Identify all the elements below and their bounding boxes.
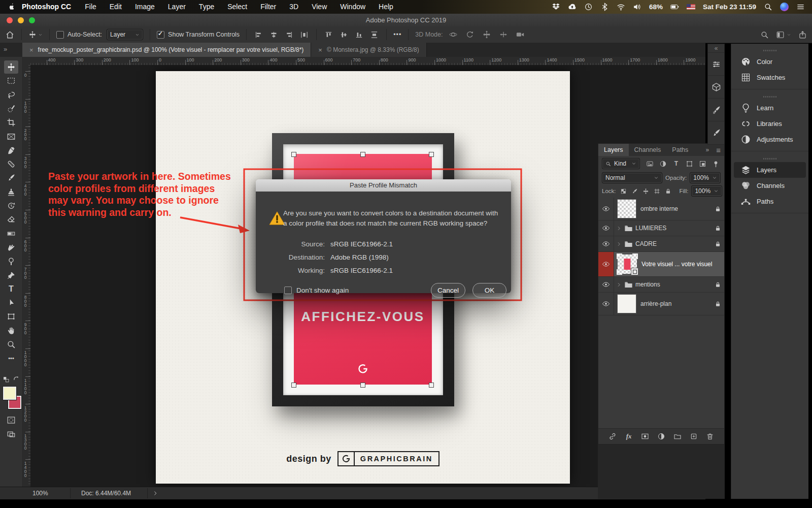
healing-tool[interactable] (4, 157, 18, 171)
screen-mode-button[interactable] (4, 428, 18, 441)
lock-all-button[interactable] (664, 187, 672, 196)
show-transform-checkbox[interactable]: Show Transform Controls (157, 31, 240, 39)
apple-icon[interactable] (7, 3, 16, 11)
zoom-tool[interactable] (4, 338, 18, 351)
dock-grip[interactable] (731, 155, 808, 162)
cancel-button[interactable]: Cancel (431, 283, 465, 298)
chevron-right-icon[interactable] (616, 241, 622, 247)
creative-cloud-icon[interactable] (568, 3, 577, 11)
dock-item-layers[interactable]: Layers (734, 162, 806, 178)
dock-item-paths[interactable]: Paths (734, 194, 806, 209)
align-middle-button[interactable] (339, 30, 349, 39)
dock-item-libraries[interactable]: Libraries (734, 116, 806, 132)
blend-mode-select[interactable]: Normal (602, 172, 662, 183)
expand-panels-chevron[interactable]: « (708, 44, 724, 52)
panel-tab-channels[interactable]: Channels (629, 144, 667, 156)
align-bottom-button[interactable] (354, 30, 364, 39)
more-options-button[interactable]: ••• (393, 31, 401, 38)
properties-panel-button[interactable] (708, 52, 724, 75)
dock-item-channels[interactable]: Channels (734, 178, 806, 194)
home-icon[interactable] (5, 30, 15, 40)
add-mask-button[interactable] (641, 432, 649, 440)
layer-row[interactable]: ombre interne (598, 198, 724, 220)
transform-handle[interactable] (291, 152, 296, 157)
window-title-bar[interactable]: Adobe Photoshop CC 2019 (0, 14, 812, 27)
close-tab-icon[interactable]: × (29, 46, 33, 54)
menu-edit[interactable]: Edit (103, 0, 128, 14)
tab-overflow-chevron[interactable]: » (4, 45, 7, 53)
chevron-right-icon[interactable] (616, 226, 622, 231)
dont-show-again-checkbox[interactable]: Don't show again (284, 287, 349, 294)
dock-item-learn[interactable]: Learn (734, 100, 806, 116)
pen-tool[interactable] (4, 269, 18, 282)
layer-visibility-toggle[interactable] (598, 236, 614, 251)
layer-visibility-toggle[interactable] (598, 252, 614, 276)
align-top-button[interactable] (323, 30, 334, 39)
transform-handle[interactable] (360, 152, 365, 157)
workspace-switcher[interactable] (776, 30, 791, 39)
layer-row[interactable]: CADRE (598, 236, 724, 252)
shape-filter-button[interactable] (685, 160, 694, 168)
us-flag-icon[interactable] (687, 4, 695, 10)
auto-select-checkbox[interactable]: Auto-Select: (56, 31, 102, 39)
horizontal-ruler[interactable]: 4003002001000100200300400500600700800900… (30, 57, 705, 66)
marquee-tool[interactable] (4, 74, 18, 87)
dock-grip[interactable] (731, 93, 808, 100)
menu-layer[interactable]: Layer (161, 0, 192, 14)
siri-icon[interactable] (780, 3, 789, 11)
gradient-tool[interactable] (4, 227, 18, 240)
distribute-v-button[interactable] (369, 30, 380, 39)
auto-select-box[interactable] (56, 31, 64, 39)
quickmask-button[interactable] (4, 414, 18, 427)
bluetooth-icon[interactable] (600, 3, 609, 11)
minimize-window-button[interactable] (18, 17, 24, 23)
history-brush-tool[interactable] (4, 199, 18, 212)
ok-button[interactable]: OK (472, 283, 506, 298)
filter-kind-select[interactable]: Kind (602, 158, 640, 169)
clone-stamp-tool[interactable] (4, 185, 18, 199)
move-tool[interactable] (4, 60, 18, 74)
layer-row[interactable]: Votre visuel ... votre visuel (598, 252, 724, 277)
quick-select-tool[interactable] (4, 102, 18, 115)
pixel-filter-button[interactable] (645, 160, 655, 168)
layer-visibility-toggle[interactable] (598, 293, 614, 315)
dock-grip[interactable] (731, 47, 808, 54)
time-machine-icon[interactable] (584, 3, 593, 11)
layer-effects-button[interactable]: fx (625, 432, 633, 440)
menu-type[interactable]: Type (192, 0, 221, 14)
brush-tool[interactable] (4, 171, 18, 184)
dodge-tool[interactable] (4, 255, 18, 268)
swap-colors-button[interactable] (12, 375, 20, 383)
vertical-ruler[interactable]: 0100200300400500600700800900100011001200… (22, 65, 31, 487)
menu-image[interactable]: Image (128, 0, 161, 14)
menu-file[interactable]: File (78, 0, 103, 14)
close-window-button[interactable] (7, 17, 13, 23)
align-center-h-button[interactable] (268, 30, 279, 39)
ellipsis-tool[interactable]: ••• (4, 352, 18, 365)
path-select-tool[interactable] (4, 296, 18, 309)
zoom-level-field[interactable]: 100% (32, 487, 48, 499)
zoom-window-button[interactable] (29, 17, 35, 23)
dock-item-adjustments[interactable]: Adjustments (734, 132, 806, 147)
pin-button[interactable] (711, 160, 721, 168)
3d-panel-panel-button[interactable] (708, 75, 724, 98)
fill-select[interactable]: 100% (691, 185, 722, 197)
crop-tool[interactable] (4, 116, 18, 129)
distribute-h-button[interactable] (299, 30, 310, 39)
dialog-title[interactable]: Paste Profile Mismatch (256, 179, 511, 192)
layer-visibility-toggle[interactable] (598, 220, 614, 236)
layer-row[interactable]: mentions (598, 277, 724, 293)
move-tool-option[interactable] (28, 30, 43, 39)
panel-tab-paths[interactable]: Paths (666, 144, 694, 156)
delete-layer-button[interactable] (706, 432, 714, 440)
chevron-right-icon[interactable] (616, 282, 622, 288)
menu-window[interactable]: Window (333, 0, 372, 14)
menu-app-name[interactable]: Photoshop CC (16, 0, 78, 14)
volume-icon[interactable] (633, 3, 641, 11)
align-left-button[interactable] (253, 30, 264, 39)
slide-3d-button[interactable] (497, 30, 510, 39)
link-layers-button[interactable] (608, 432, 617, 440)
shape-tool[interactable] (4, 310, 18, 323)
type-tool[interactable]: T (4, 282, 18, 296)
lock-artboard-button[interactable] (653, 187, 661, 196)
